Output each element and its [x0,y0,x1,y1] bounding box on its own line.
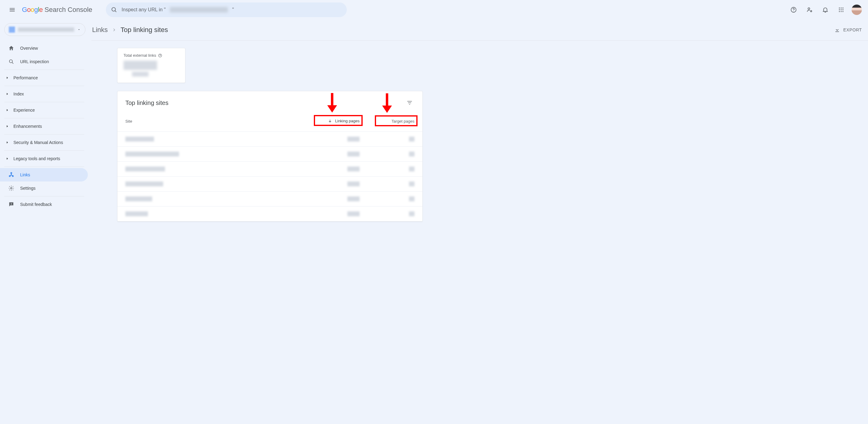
export-button[interactable]: EXPORT [832,25,864,35]
account-avatar[interactable] [851,5,862,15]
sidebar-section-label: Security & Manual Actions [13,140,63,145]
search-icon [8,59,14,65]
svg-point-13 [841,11,841,12]
sidebar-section-label: Index [13,92,24,96]
sidebar-item-overview[interactable]: Overview [0,41,88,55]
column-site[interactable]: Site [125,119,305,124]
table-row[interactable] [117,132,423,147]
svg-point-0 [112,8,115,11]
sidebar-section-legacy[interactable]: Legacy tools and reports [0,152,88,165]
filter-icon [407,100,413,106]
chevron-right-icon [5,76,9,80]
table-row[interactable] [117,191,423,207]
svg-point-9 [839,9,840,10]
sidebar-section-index[interactable]: Index [0,87,88,101]
sidebar-item-settings[interactable]: Settings [0,181,88,195]
links-icon [8,172,14,178]
topbar: Google Search Console Inspect any URL in… [0,0,868,20]
site-redacted [125,211,148,216]
person-gear-icon [806,6,813,13]
site-redacted [125,137,154,142]
svg-line-1 [115,11,116,12]
table-row[interactable] [117,207,423,221]
menu-icon [9,6,16,13]
sidebar-section-security[interactable]: Security & Manual Actions [0,136,88,149]
column-target-pages[interactable]: Target pages [360,119,414,124]
site-redacted [125,152,179,156]
download-icon [834,27,840,33]
stat-value-redacted [124,61,157,70]
target-pages-redacted [409,152,414,156]
svg-point-6 [839,8,840,8]
svg-point-10 [841,9,841,10]
export-label: EXPORT [843,27,862,32]
sidebar-section-enhancements[interactable]: Enhancements [0,120,88,133]
gear-icon [8,185,14,191]
property-name-redacted [18,27,74,32]
breadcrumb-current: Top linking sites [121,26,168,34]
main-content: Links Top linking sites EXPORT Total ext… [92,20,868,424]
help-icon[interactable] [158,53,162,58]
caret-down-icon [77,28,81,31]
sidebar-section-experience[interactable]: Experience [0,103,88,117]
page-header: Links Top linking sites EXPORT [92,20,868,40]
filter-button[interactable] [405,98,414,108]
arrow-down-icon [328,119,332,123]
table-row[interactable] [117,162,423,177]
apps-grid-icon [838,7,844,13]
svg-point-5 [810,11,812,12]
chevron-right-icon [112,28,116,32]
svg-rect-22 [11,204,11,205]
search-placeholder-prefix: Inspect any URL in " [122,7,166,12]
help-button[interactable] [787,3,800,17]
stat-label: Total external links [124,53,156,58]
hamburger-menu-button[interactable] [5,2,20,17]
svg-rect-25 [331,93,333,107]
sidebar-item-links[interactable]: Links [0,168,88,181]
svg-point-8 [842,8,843,8]
svg-point-17 [11,172,12,174]
apps-button[interactable] [834,3,848,17]
search-placeholder-suffix: " [232,7,234,12]
table-row[interactable] [117,147,423,162]
target-pages-redacted [409,166,414,172]
site-redacted [125,166,165,172]
linking-pages-redacted [347,166,360,172]
top-linking-sites-table: Top linking sites Site Linking pages [117,91,423,222]
sidebar-item-feedback[interactable]: Submit feedback [0,198,88,211]
sidebar-item-url-inspection[interactable]: URL inspection [0,55,88,68]
column-linking-pages[interactable]: Linking pages [305,119,360,124]
target-pages-redacted [409,196,414,201]
notifications-button[interactable] [818,3,832,17]
bell-icon [822,6,829,13]
linking-pages-redacted [347,181,360,186]
svg-point-4 [808,8,810,9]
property-selector[interactable] [4,23,85,36]
user-settings-button[interactable] [803,3,816,17]
sidebar-section-label: Enhancements [13,124,42,129]
url-inspect-searchbar[interactable]: Inspect any URL in " " [106,2,347,17]
sidebar-section-label: Legacy tools and reports [13,156,60,161]
property-favicon [9,27,15,33]
chevron-right-icon [5,157,9,160]
site-redacted [125,181,163,186]
feedback-icon [8,201,14,207]
sidebar: Overview URL inspection Performance Inde… [0,20,92,424]
product-logo: Google Search Console [22,6,92,14]
sidebar-section-label: Experience [13,108,35,113]
table-column-headers: Site Linking pages Target pages [117,110,423,132]
chevron-right-icon [5,124,9,128]
svg-point-7 [841,8,841,8]
table-row[interactable] [117,177,423,191]
sidebar-section-label: Performance [13,75,38,80]
linking-pages-redacted [347,211,360,216]
breadcrumb: Links Top linking sites [92,26,168,34]
sidebar-section-performance[interactable]: Performance [0,71,88,85]
breadcrumb-root[interactable]: Links [92,26,108,34]
search-domain-redacted [170,7,228,12]
search-icon [111,6,117,13]
svg-point-14 [842,11,843,12]
linking-pages-redacted [347,137,360,142]
sidebar-item-label: Submit feedback [20,202,52,207]
svg-rect-21 [11,203,11,204]
